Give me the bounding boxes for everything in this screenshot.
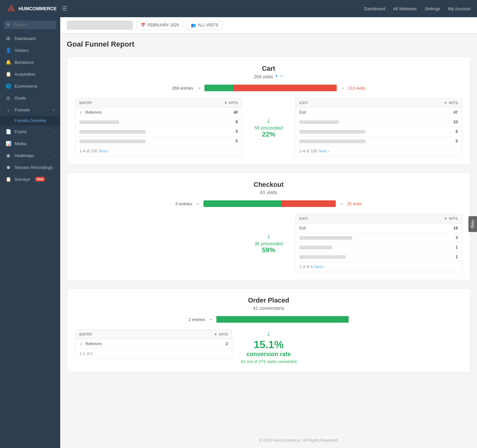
row-label [79,140,146,143]
sidebar-item-behaviour[interactable]: 🔔 Behaviour › [0,56,60,68]
funnel-step-cart: Cart 269 visits ⬆ 〜 269 entries → → [67,57,470,165]
sidebar-label-visitors: Visitors [15,48,28,53]
chevron-icon: › [54,96,55,100]
sidebar-item-goals[interactable]: ◎ Goals › [0,92,60,104]
row-value: 40 [234,110,238,115]
footer-text: © 2019 HumCommerce. All Rights Reserved. [259,438,339,443]
chart-icon[interactable]: 〜 [280,74,283,79]
sidebar-label-funnels: Funnels [15,107,30,112]
arrow-right-icon: → [195,201,200,206]
filter-icon[interactable]: ▼ [224,101,228,105]
sidebar-item-surveys[interactable]: 📋 Surveys New › [0,173,60,185]
sidebar: ⊞ Dashboard › 👤 Visitors › 🔔 Behaviour ›… [0,17,60,448]
forms-icon: 📄 [5,129,11,134]
chevron-icon: › [54,142,55,145]
funnel-step-order-placed: Order Placed 41 conversions 2 entries → [67,288,470,372]
entry-table-order: ENTRY ▼ HITS ⊞ Referrers [75,329,232,359]
entry-table-cart: ENTRY ▼ HITS ⊞ Referrers [75,98,242,156]
next-link-cart-exit[interactable]: Next › [319,149,329,153]
sidebar-label-acquisition: Acquisition [15,72,35,77]
search-input[interactable] [4,20,56,29]
exit-arrow-icon: → [340,85,345,91]
hits-col-header: ▼ HITS [224,101,238,105]
funnel-order-title: Order Placed [75,297,462,304]
nav-all-websites[interactable]: All Websites [393,6,417,11]
table-row: 5 [75,137,242,146]
surveys-icon: 📋 [5,177,11,182]
filter-icon[interactable]: ▼ [214,332,218,336]
sidebar-subitem-funnels-overview[interactable]: Funnels Overview [0,116,60,126]
exit-arrow-icon: → [339,201,344,206]
sidebar-label-goals: Goals [15,96,26,101]
visits-icon: 👥 [191,23,196,27]
nav-my-account[interactable]: My Account [448,6,470,11]
funnel-checkout-proceeded: ↓ 36 proceeded 59% [249,214,288,272]
sidebar-item-ecommerce[interactable]: 🌐 Ecommerce › [0,80,60,92]
sidebar-item-funnels[interactable]: ⬦ Funnels ∨ [0,104,60,116]
bar-green [204,85,234,91]
funnel-order-entry: ENTRY ▼ HITS ⊞ Referrers [75,329,232,364]
funnel-cart-bar-row: 269 entries → → 210 exits [75,85,462,91]
top-nav-right: Dashboard All Websites Settings My Accou… [364,6,470,11]
sidebar-item-visitors[interactable]: 👤 Visitors › [0,44,60,56]
blurred-text [299,246,332,249]
next-link-cart-entry[interactable]: Next › [99,149,109,153]
chevron-icon: › [54,37,55,40]
checkout-entries-label: 0 entries [176,201,192,206]
sidebar-label-forms: Forms [15,129,27,134]
sidebar-item-acquisition[interactable]: 📋 Acquisition › [0,68,60,80]
row-value: 5 [236,139,238,143]
filter-icon[interactable]: ▼ [444,101,448,105]
row-value: 23 [454,120,458,124]
content-area: Goal Funnel Report Cart 269 visits ⬆ 〜 2… [60,33,477,433]
hits-col-header: ▼ HITS [214,332,228,336]
row-label: Exit [299,226,306,230]
table-row: Exit 18 [295,224,462,233]
search-wrap [4,20,56,29]
next-link-checkout-exit[interactable]: Next › [314,265,325,269]
funnel-checkout-bar-row: 0 entries → → 25 exits [75,200,462,207]
logo-icon [7,4,16,13]
blurred-text [299,120,339,124]
nav-dashboard[interactable]: Dashboard [364,6,385,11]
funnel-bar [204,85,337,91]
toolbar-title-placeholder [67,20,133,30]
brand-name: HUMCOMMERCE [19,6,57,11]
logo: HUMCOMMERCE [7,4,57,13]
cart-entries-label: 269 entries [172,86,193,91]
sidebar-label-surveys: Surveys [15,177,30,182]
visits-filter-button[interactable]: 👥 ALL VISITS [187,21,223,29]
sidebar-item-heatmaps[interactable]: ◉ Heatmaps › [0,149,60,161]
sidebar-item-media[interactable]: 📊 Media › [0,138,60,149]
hamburger-icon[interactable]: ☰ [62,5,67,12]
row-value: 5 [455,139,458,143]
date-filter-label: FEBRUARY 2020 [148,23,179,27]
visits-filter-label: ALL VISITS [198,23,218,27]
sidebar-item-dashboard[interactable]: ⊞ Dashboard › [0,32,60,44]
funnels-icon: ⬦ [5,107,11,112]
funnel-cart-body: ENTRY ▼ HITS ⊞ Referrers [75,98,462,156]
row-label [299,140,366,143]
sidebar-label-heatmaps: Heatmaps [15,153,34,158]
table-footer: 1-1 of 1 [75,349,232,359]
conversion-sub: 41 out of 271 visits converted [240,359,296,364]
row-value: 1 [455,255,458,259]
ecommerce-icon: 🌐 [5,83,11,89]
date-filter-button[interactable]: 📅 FEBRUARY 2020 [136,21,183,29]
surveys-badge: New [35,177,45,182]
export-icon[interactable]: ⬆ [275,74,278,79]
entry-col-header: ENTRY [79,101,92,105]
nav-settings[interactable]: Settings [425,6,440,11]
session-recordings-icon: ⏺ [5,165,11,170]
sidebar-item-forms[interactable]: 📄 Forms › [0,126,60,138]
sidebar-item-session-recordings[interactable]: ⏺ Session Recordings › [0,161,60,173]
exit-col-header: EXIT [299,101,308,105]
filter-icon[interactable]: ▼ [444,217,448,221]
help-button[interactable]: Help [468,216,477,232]
funnel-order-body: ENTRY ▼ HITS ⊞ Referrers [75,329,462,364]
blurred-text [299,236,352,240]
toolbar: 📅 FEBRUARY 2020 👥 ALL VISITS [60,17,477,33]
hits-col-header: ▼ HITS [444,217,458,221]
proceeded-arrow-icon: ↓ [267,232,271,240]
blurred-text [79,120,119,124]
